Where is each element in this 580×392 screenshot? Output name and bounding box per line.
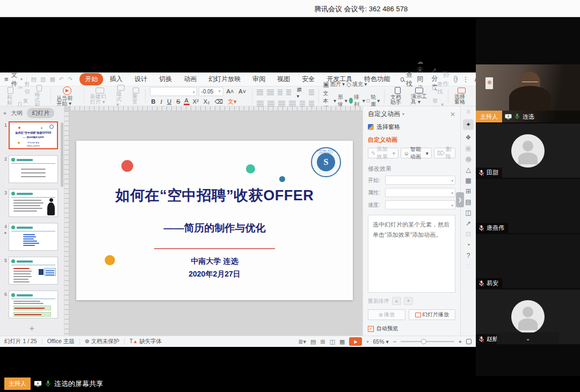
smart-animation-button[interactable]: ☺ 智能动画 ▾ [401,148,432,158]
collapse-participants-button[interactable]: ⌄ [497,332,559,344]
preview-icon[interactable]: ▦ [49,76,55,83]
redo-icon[interactable]: ↷ [67,76,73,83]
find-button[interactable]: 查找 [401,70,414,89]
new-slide-button[interactable]: 新建幻灯片 ▾ [89,88,112,105]
normal-view-icon[interactable]: ▤ [310,338,316,345]
font-name-input[interactable]: ▾ [150,87,197,96]
table-pane-icon[interactable]: ▦ [465,177,471,184]
slide-thumbnail-6[interactable] [9,291,58,318]
help-pane-icon[interactable]: ? [467,252,470,259]
export-pane-icon[interactable]: ↗ [466,220,471,227]
decrease-indent-icon[interactable] [278,90,282,95]
hamburger-menu-icon[interactable]: ≡ [4,75,9,83]
play-slideshow-button[interactable]: ▶ [349,337,362,346]
auto-preview-checkbox[interactable]: ✓ 自动预览 [368,325,455,332]
zoom-out-button[interactable]: − [393,338,396,345]
tab-animation[interactable]: 动画 [178,73,202,85]
panel-collapse-icon[interactable]: « [3,110,6,116]
decrease-font-icon[interactable]: A˅ [237,88,248,95]
reading-view-icon[interactable]: ◫ [330,338,335,345]
speed-select[interactable]: ▾ [385,200,455,209]
theme-name[interactable]: Office 主题 [47,338,75,345]
video-tile-yian[interactable]: 易安 [476,234,580,288]
slideshow-view-icon[interactable]: ▦ [339,338,345,345]
text-effects-button[interactable]: 文▾ [226,98,238,106]
tab-view[interactable]: 视图 [272,73,295,85]
increase-indent-icon[interactable] [286,90,291,95]
clear-format-button[interactable]: ⌫ [213,98,224,105]
object-pane-icon[interactable]: ❖ [466,134,472,141]
print-icon[interactable]: ▥ [40,76,46,83]
doc-assistant-button[interactable]: 文档助手 [389,87,406,105]
outline-tab[interactable]: 大纲 [11,109,23,117]
video-tile-tiantian[interactable]: 田甜 [476,124,580,178]
video-tile-host[interactable]: 主持人 连选 [476,64,580,122]
slide-thumbnail-5[interactable] [9,257,58,285]
zoom-in-button[interactable]: + [459,338,462,345]
picture-button[interactable]: ▣ 图片 ▾ [323,81,345,88]
fill-button[interactable]: ◇ 填充 ▾ [346,81,367,88]
find-toolbar-button[interactable]: 查找 [432,81,444,96]
align-pane-icon[interactable]: ▤ [465,199,471,205]
more-options-icon[interactable]: ⋮ [462,76,469,83]
slide-thumbnail-1[interactable]: 如何在“空中招聘”收获OFFER ——简历的制作与优化 中南大学 连选 2020… [9,121,58,149]
layout-button[interactable]: 版式 ▾ [114,85,127,107]
selection-pane-link[interactable]: 选择窗格 [368,123,455,131]
bullet-list-icon[interactable] [257,90,263,95]
selection-pane-button[interactable]: 选择窗格 [453,88,470,105]
save-icon[interactable]: ▤ [31,76,37,83]
favorite-pane-icon[interactable]: ♡ [466,263,472,270]
video-tile-zhaohang[interactable]: 赵航 ⌄ [476,289,580,344]
video-tile-tangyanwei[interactable]: 唐燕伟 [476,179,580,233]
animation-pane-icon[interactable]: ✦ [463,119,474,130]
reset-button[interactable]: 重置 [130,88,141,105]
format-painter-button[interactable]: 格式刷 [33,85,46,108]
file-menu[interactable]: 文件 [11,70,18,89]
notes-icon[interactable]: ≣▾ [298,338,306,345]
shape-pane-icon[interactable]: △ [466,166,470,173]
zoom-level[interactable]: 65% ▾ [373,338,389,345]
font-color-button[interactable]: A [184,98,190,105]
subscript-button[interactable]: X₂ [202,98,212,105]
bold-button[interactable]: B [150,98,157,105]
add-slide-button[interactable]: + [0,322,64,336]
align-left-icon[interactable] [257,101,264,106]
slide-thumbnail-2[interactable] [9,155,58,183]
increase-font-icon[interactable]: A˄ [225,88,236,95]
cut-button[interactable]: ✂ 剪切 [18,81,30,96]
slide-editing-surface[interactable]: CENTRAL SOUTH UNIVERSITY S 如何在“空中招聘”收获OF… [76,141,353,300]
superscript-button[interactable]: X² [191,98,200,105]
zoom-slider[interactable] [401,341,454,342]
slide-canvas[interactable]: CENTRAL SOUTH UNIVERSITY S 如何在“空中招聘”收获OF… [64,106,363,336]
fit-to-window-icon[interactable] [466,339,472,344]
slide-sorter-icon[interactable]: ⊞ [320,338,325,345]
archive-pane-icon[interactable]: ⊡ [466,231,471,237]
columns-icon[interactable] [300,101,305,106]
tab-transition[interactable]: 切换 [154,73,177,85]
numbered-list-icon[interactable] [267,90,273,95]
justify-icon[interactable] [289,101,296,106]
close-panel-icon[interactable]: ✕ [450,111,455,118]
panel-title-caret-icon[interactable]: ▾ [402,112,404,117]
protection-status[interactable]: ⊛ 文档未保护 [85,338,119,345]
align-center-icon[interactable] [267,101,274,106]
tab-home[interactable]: 开始 [79,73,103,85]
pane-drag-handle[interactable]: ≡ [466,108,470,115]
slide-thumbnail-3[interactable] [9,189,58,217]
layers-pane-icon[interactable]: ◫ [465,209,471,216]
missing-font-warning[interactable]: T▲ 缺失字体 [129,338,162,345]
align-right-icon[interactable] [278,101,285,106]
tab-security[interactable]: 安全 [296,73,320,85]
undo-icon[interactable]: ↶ [59,76,64,83]
line-spacing-icon[interactable] [309,90,314,95]
history-pane-icon[interactable]: ◔ [466,242,470,248]
paste-button[interactable]: 粘贴 [5,87,15,105]
tab-insert[interactable]: 插入 [104,73,128,85]
slideshow-play-button[interactable]: 幻灯片播放 [409,309,455,320]
tab-design[interactable]: 设计 [129,73,153,85]
format-pane-icon[interactable]: ▣ [465,145,471,151]
play-from-current-button[interactable]: ▶ 从当前开始 ▾ [55,86,79,106]
tab-slideshow[interactable]: 幻灯片放映 [203,73,246,85]
play-options-caret-icon[interactable]: ▾ [366,339,368,344]
tab-review[interactable]: 审阅 [247,73,271,85]
